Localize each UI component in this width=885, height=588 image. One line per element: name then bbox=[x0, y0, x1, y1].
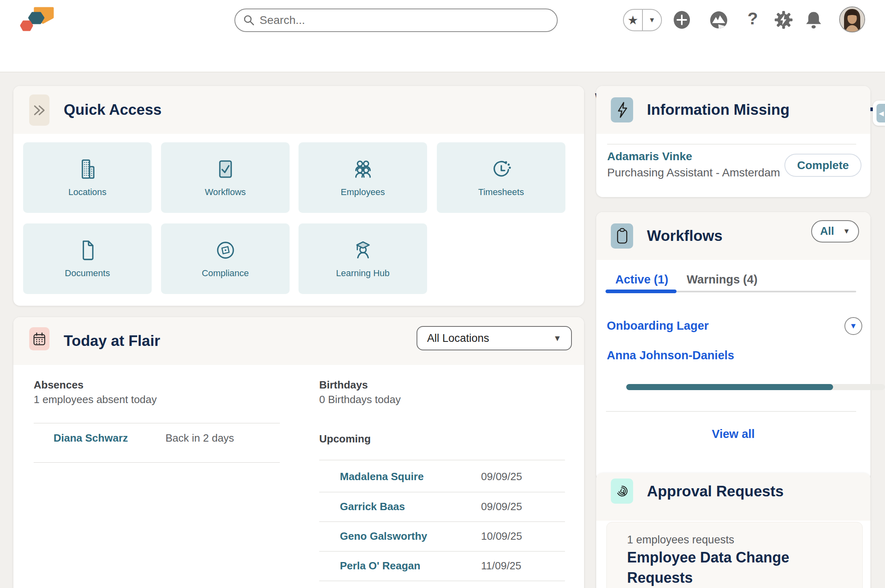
user-avatar[interactable] bbox=[839, 6, 865, 32]
search-input[interactable] bbox=[260, 14, 519, 27]
tile-label: Documents bbox=[65, 268, 110, 279]
people-group-icon bbox=[351, 158, 375, 180]
calendar-icon bbox=[32, 331, 47, 347]
upcoming-name-link[interactable]: Garrick Baas bbox=[340, 500, 405, 513]
request-title: Employee Data Change Requests bbox=[627, 547, 818, 588]
divider bbox=[319, 581, 565, 581]
lightning-bolt-icon bbox=[614, 101, 630, 119]
absences-summary: 1 employees absent today bbox=[34, 393, 157, 406]
absence-status: Back in 2 days bbox=[165, 432, 234, 444]
fingerprint-icon-badge bbox=[611, 479, 633, 504]
quick-access-header: Quick Access bbox=[13, 86, 584, 134]
checklist-icon bbox=[214, 158, 237, 180]
setup-button[interactable] bbox=[775, 11, 793, 29]
upcoming-heading: Upcoming bbox=[319, 433, 371, 445]
upcoming-name-link[interactable]: Madalena Squire bbox=[340, 470, 424, 483]
notifications-button[interactable] bbox=[804, 10, 823, 30]
help-button[interactable]: ? bbox=[748, 9, 758, 28]
upcoming-name-link[interactable]: Geno Galsworthy bbox=[340, 530, 427, 543]
divider bbox=[319, 551, 565, 552]
tile-label: Compliance bbox=[202, 268, 249, 279]
quick-access-tile-compliance[interactable]: Compliance bbox=[161, 223, 290, 294]
birthdays-heading: Birthdays bbox=[319, 379, 368, 391]
trailhead-mountain-icon bbox=[709, 10, 728, 30]
clipboard-icon-badge bbox=[611, 223, 633, 249]
search-icon bbox=[243, 15, 255, 26]
quick-create-button[interactable] bbox=[672, 11, 691, 29]
quick-access-card: Quick Access Locations Workflows bbox=[13, 86, 584, 306]
workflows-filter-value: All bbox=[820, 225, 834, 238]
view-all-link[interactable]: View all bbox=[596, 427, 870, 441]
workflows-card: Workflows All ▼ Active (1) Warnings (4) … bbox=[596, 212, 870, 481]
location-filter-select[interactable]: All Locations ▼ bbox=[417, 326, 572, 350]
avatar-photo bbox=[840, 7, 864, 32]
upcoming-date: 09/09/25 bbox=[481, 470, 522, 483]
graduate-icon bbox=[351, 239, 375, 262]
upcoming-name-link[interactable]: Perla O' Reagan bbox=[340, 560, 420, 572]
tab-active[interactable]: Active (1) bbox=[615, 273, 668, 286]
workflow-progress-fill bbox=[626, 384, 833, 390]
calendar-icon-badge bbox=[29, 327, 49, 350]
building-icon bbox=[76, 158, 99, 180]
divider bbox=[34, 462, 280, 463]
today-title: Today at Flair bbox=[64, 333, 160, 350]
workflows-filter-select[interactable]: All ▼ bbox=[811, 220, 859, 242]
chevron-down-icon: ▼ bbox=[553, 334, 561, 343]
gear-icon bbox=[775, 11, 793, 29]
employee-role: Purchasing Assistant - Amsterdam bbox=[607, 166, 780, 179]
workflow-link[interactable]: Onboarding Lager bbox=[607, 319, 709, 333]
request-count: 1 employees requests bbox=[627, 534, 734, 546]
workflows-header: Workflows All ▼ bbox=[596, 212, 870, 260]
plus-circle-icon bbox=[672, 11, 691, 29]
collapse-panel-button[interactable] bbox=[29, 94, 49, 126]
tile-label: Locations bbox=[68, 187, 106, 197]
approvals-header: Approval Requests bbox=[596, 473, 870, 521]
divider bbox=[607, 144, 856, 144]
trailhead-button[interactable] bbox=[709, 10, 728, 30]
information-missing-title: Information Missing bbox=[647, 101, 790, 118]
double-chevron-right-icon bbox=[32, 103, 47, 118]
quick-access-tile-learning-hub[interactable]: Learning Hub bbox=[299, 223, 427, 294]
tile-label: Timesheets bbox=[478, 187, 524, 197]
chevron-left-icon: ◀ bbox=[879, 109, 884, 117]
compass-icon bbox=[214, 239, 237, 262]
bell-icon bbox=[804, 10, 823, 30]
upcoming-date: 11/09/25 bbox=[481, 560, 521, 572]
workflows-title: Workflows bbox=[647, 227, 722, 245]
quick-access-tile-locations[interactable]: Locations bbox=[23, 142, 152, 213]
today-at-flair-card: Today at Flair All Locations ▼ Absences … bbox=[13, 317, 584, 588]
chevron-down-circle-icon: ▼ bbox=[850, 322, 857, 330]
employee-link[interactable]: Adamaris Vinke bbox=[607, 150, 692, 163]
quick-access-tile-timesheets[interactable]: Timesheets bbox=[437, 142, 565, 213]
collapse-left-button[interactable]: ◀ bbox=[876, 104, 885, 122]
file-icon bbox=[76, 239, 99, 262]
complete-button[interactable]: Complete bbox=[784, 154, 861, 177]
divider bbox=[319, 460, 565, 460]
workflow-person-link[interactable]: Anna Johnson-Daniels bbox=[607, 349, 734, 362]
tile-label: Workflows bbox=[205, 187, 246, 197]
clock-icon bbox=[490, 158, 513, 180]
expand-workflow-button[interactable]: ▼ bbox=[844, 317, 862, 335]
favorite-star-icon[interactable]: ★ bbox=[624, 10, 642, 30]
flair-logo-icon bbox=[19, 6, 55, 34]
absent-employee-link[interactable]: Diana Schwarz bbox=[54, 432, 128, 444]
favorites-split-button[interactable]: ★ ▼ bbox=[623, 9, 662, 31]
approval-request-item[interactable]: 1 employees requests Employee Data Chang… bbox=[606, 522, 863, 588]
favorites-dropdown-icon[interactable]: ▼ bbox=[642, 10, 661, 30]
divider bbox=[319, 521, 565, 522]
approvals-title: Approval Requests bbox=[647, 483, 784, 500]
upcoming-date: 09/09/25 bbox=[481, 500, 522, 513]
divider bbox=[606, 411, 856, 412]
tab-warnings[interactable]: Warnings (4) bbox=[687, 273, 758, 286]
quick-access-tile-documents[interactable]: Documents bbox=[23, 223, 152, 294]
fingerprint-icon bbox=[614, 482, 630, 500]
app-nav-bar: HR Home Staff & Docs Compensations Atten… bbox=[0, 41, 885, 72]
quick-access-tile-employees[interactable]: Employees bbox=[299, 142, 427, 213]
tile-label: Learning Hub bbox=[336, 268, 389, 279]
side-panel-flap[interactable]: ◀ bbox=[873, 101, 885, 126]
global-search[interactable] bbox=[234, 9, 558, 32]
quick-access-tile-workflows[interactable]: Workflows bbox=[161, 142, 290, 213]
question-mark-icon: ? bbox=[748, 9, 758, 28]
active-tab-underline bbox=[606, 290, 677, 293]
divider bbox=[34, 423, 280, 423]
